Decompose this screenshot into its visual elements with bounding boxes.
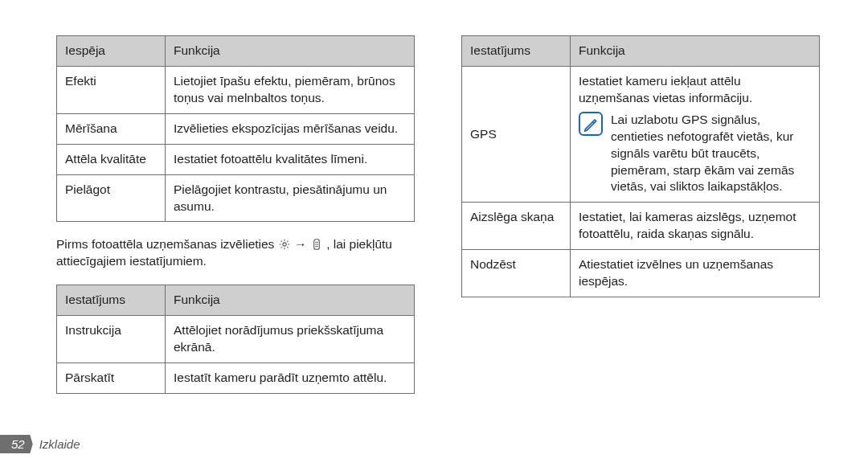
- table-row: GPS Iestatiet kameru iekļaut attēlu uzņe…: [462, 66, 820, 202]
- note-block: Lai uzlabotu GPS signālus, centieties ne…: [579, 112, 811, 196]
- note-memo-icon: [579, 112, 603, 136]
- table-row: Instrukcija Attēlojiet norādījumus priek…: [57, 316, 415, 363]
- settings-table: Iestatījums Funkcija GPS Iestatiet kamer…: [461, 35, 820, 297]
- setting-label: Pārskatīt: [57, 363, 166, 394]
- table-header: Funkcija: [166, 285, 415, 316]
- options-table: Iespēja Funkcija Efekti Lietojiet īpašu …: [56, 35, 415, 222]
- page-footer: 52 Izklaide: [0, 435, 80, 453]
- left-column: Iespēja Funkcija Efekti Lietojiet īpašu …: [56, 35, 415, 407]
- page: Iespēja Funkcija Efekti Lietojiet īpašu …: [0, 0, 868, 471]
- setting-label: GPS: [462, 66, 571, 202]
- instruction-paragraph: Pirms fotoattēla uzņemšanas izvēlieties …: [56, 236, 415, 270]
- two-column-layout: Iespēja Funkcija Efekti Lietojiet īpašu …: [56, 35, 820, 407]
- settings-table: Iestatījums Funkcija Instrukcija Attēloj…: [56, 285, 415, 394]
- sliders-icon: [310, 238, 323, 251]
- setting-desc: Iestatiet, lai kameras aizslēgs, uzņemot…: [571, 203, 820, 250]
- setting-desc: Iestatiet kameru iekļaut attēlu uzņemšan…: [571, 66, 820, 202]
- table-row: Pārskatīt Iestatīt kameru parādīt uzņemt…: [57, 363, 415, 394]
- setting-label: Aizslēga skaņa: [462, 203, 571, 250]
- table-row: Attēla kvalitāte Iestatiet fotoattēlu kv…: [57, 144, 415, 174]
- setting-desc: Iestatīt kameru parādīt uzņemto attēlu.: [166, 363, 415, 394]
- setting-label: Nodzēst: [462, 250, 571, 297]
- setting-desc: Atiestatiet izvēlnes un uzņemšanas iespē…: [571, 250, 820, 297]
- option-desc: Pielāgojiet kontrastu, piesātinājumu un …: [166, 174, 415, 222]
- table-header: Funkcija: [166, 36, 415, 67]
- option-desc: Iestatiet fotoattēlu kvalitātes līmeni.: [166, 144, 415, 174]
- page-number: 52: [0, 435, 33, 453]
- gear-icon: [278, 238, 291, 251]
- table-row: Nodzēst Atiestatiet izvēlnes un uzņemšan…: [462, 250, 820, 297]
- table-row: Aizslēga skaņa Iestatiet, lai kameras ai…: [462, 203, 820, 250]
- svg-point-0: [283, 243, 286, 246]
- option-desc: Izvēlieties ekspozīcijas mērīšanas veidu…: [166, 113, 415, 144]
- setting-label: Instrukcija: [57, 316, 166, 363]
- svg-line-5: [593, 121, 595, 123]
- option-desc: Lietojiet īpašu efektu, piemēram, brūnos…: [166, 66, 415, 113]
- setting-desc: Attēlojiet norādījumus priekšskatījuma e…: [166, 316, 415, 363]
- table-row: Mērīšana Izvēlieties ekspozīcijas mērīša…: [57, 113, 415, 144]
- table-row: Pielāgot Pielāgojiet kontrastu, piesātin…: [57, 174, 415, 222]
- option-label: Mērīšana: [57, 113, 166, 144]
- paragraph-text: Pirms fotoattēla uzņemšanas izvēlieties: [56, 237, 278, 251]
- option-label: Efekti: [57, 66, 166, 113]
- option-label: Attēla kvalitāte: [57, 144, 166, 174]
- table-row: Efekti Lietojiet īpašu efektu, piemēram,…: [57, 66, 415, 113]
- setting-desc-line: Iestatiet kameru iekļaut attēlu uzņemšan…: [579, 73, 811, 107]
- option-label: Pielāgot: [57, 174, 166, 222]
- paragraph-text: →: [294, 237, 310, 251]
- note-text: Lai uzlabotu GPS signālus, centieties ne…: [611, 112, 811, 196]
- table-header: Iespēja: [57, 36, 166, 67]
- right-column: Iestatījums Funkcija GPS Iestatiet kamer…: [461, 35, 820, 407]
- table-header: Iestatījums: [462, 36, 571, 67]
- table-header: Iestatījums: [57, 285, 166, 316]
- section-label: Izklaide: [39, 437, 80, 451]
- table-header: Funkcija: [571, 36, 820, 67]
